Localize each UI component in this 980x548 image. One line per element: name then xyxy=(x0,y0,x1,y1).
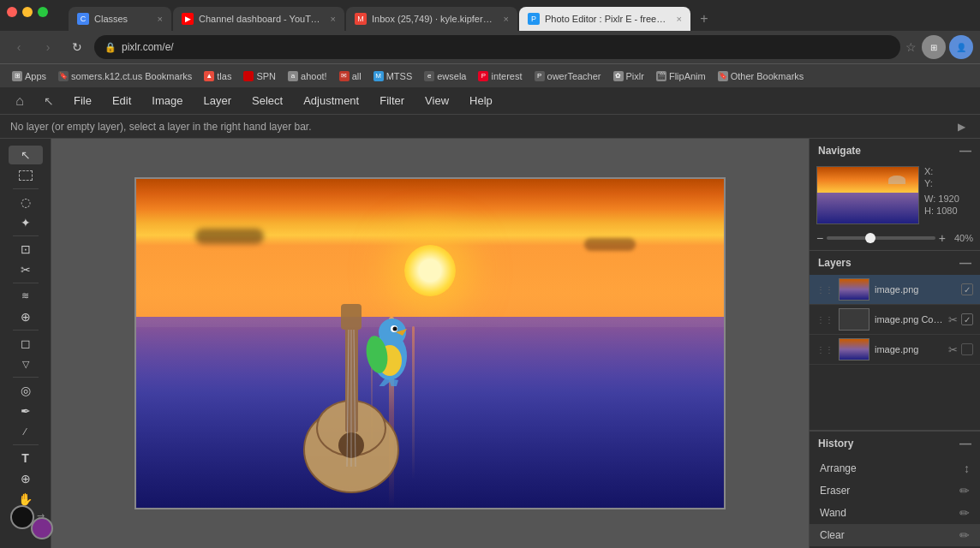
history-label-clear: Clear xyxy=(820,529,845,541)
heal-tool[interactable]: ≋ xyxy=(9,287,43,306)
bookmark-apps[interactable]: ⊞ Apps xyxy=(7,69,51,83)
nav-w-num: 1920 xyxy=(938,194,959,204)
move-tool[interactable]: ↖ xyxy=(9,146,43,164)
history-item-wand[interactable]: Wand ✏ xyxy=(810,502,980,524)
zoom-minus-button[interactable]: − xyxy=(816,231,823,245)
bookmark-pixlr[interactable]: ✿ Pixlr xyxy=(608,69,649,83)
bookmark-label-spn: SPN xyxy=(256,71,276,81)
zoom-plus-button[interactable]: + xyxy=(939,231,946,245)
bookmark-star-icon[interactable]: ☆ xyxy=(905,40,917,54)
forward-button[interactable]: › xyxy=(36,35,60,59)
history-list: Arrange ↕ Eraser ✏ Wand ✏ Clear ✏ xyxy=(810,456,980,548)
marquee-tool[interactable] xyxy=(9,166,43,185)
canvas-area[interactable] xyxy=(51,139,809,548)
tab-close-pixlr[interactable]: × xyxy=(677,14,682,24)
layer-scissors-3[interactable]: ✂ xyxy=(948,343,958,356)
cursor-button[interactable]: ↖ xyxy=(36,92,62,110)
bookmark-favicon-tlas: ▲ xyxy=(204,71,214,81)
history-item-arrange[interactable]: Arrange ↕ xyxy=(810,457,980,480)
close-button[interactable] xyxy=(7,7,17,17)
tab-label-pixlr: Photo Editor : Pixlr E - free ima... xyxy=(545,14,668,24)
toolbar-divider-3 xyxy=(13,283,39,283)
tab-close-classes[interactable]: × xyxy=(158,14,163,24)
new-tab-button[interactable]: + xyxy=(692,7,716,31)
foreground-color[interactable] xyxy=(10,505,34,529)
tab-youtube[interactable]: ▶ Channel dashboard - YouTube × xyxy=(173,7,344,31)
bookmark-flipanim[interactable]: 🎬 FlipAnim xyxy=(651,69,711,83)
zoom-icon: ⊕ xyxy=(21,472,31,485)
bookmark-powerteacher[interactable]: P owerTeacher xyxy=(529,69,607,83)
minimize-button[interactable] xyxy=(22,7,33,17)
menu-view[interactable]: View xyxy=(416,91,457,110)
menu-select[interactable]: Select xyxy=(243,91,291,110)
extensions-button[interactable]: ⊞ xyxy=(922,35,946,59)
bookmark-spn[interactable]: SPN xyxy=(238,69,281,83)
layer-item-3[interactable]: ⋮⋮ image.png ✂ xyxy=(810,335,980,365)
layer-visible-3[interactable] xyxy=(961,343,973,355)
svg-rect-8 xyxy=(341,304,362,330)
pen-tool[interactable]: ✒ xyxy=(9,402,43,420)
layers-collapse-button[interactable]: — xyxy=(959,256,971,270)
dodge-tool[interactable]: ◎ xyxy=(9,381,43,400)
brush-tool[interactable]: ∕ xyxy=(9,422,43,441)
menu-help[interactable]: Help xyxy=(461,91,501,110)
clone-tool[interactable]: ⊕ xyxy=(9,307,43,326)
maximize-button[interactable] xyxy=(38,7,48,17)
menu-adjustment[interactable]: Adjustment xyxy=(295,91,368,110)
bookmark-somers[interactable]: 🔖 somers.k12.ct.us Bookmarks xyxy=(53,69,197,83)
menu-filter[interactable]: Filter xyxy=(371,91,413,110)
tab-pixlr[interactable]: P Photo Editor : Pixlr E - free ima... × xyxy=(519,7,690,31)
layer-scissors-2[interactable]: ✂ xyxy=(948,313,958,326)
layer-item-2[interactable]: ⋮⋮ image.png Copy ✂ ✓ xyxy=(810,305,980,335)
paint-bucket-tool[interactable]: ▽ xyxy=(9,354,43,373)
layer-visible-1[interactable]: ✓ xyxy=(961,283,973,295)
tab-favicon-youtube: ▶ xyxy=(182,13,194,25)
crop-tool[interactable]: ⊡ xyxy=(9,240,43,259)
tab-label-classes: Classes xyxy=(94,14,149,24)
tab-close-youtube[interactable]: × xyxy=(331,14,336,24)
bookmark-tlas[interactable]: ▲ tlas xyxy=(199,69,236,83)
back-button[interactable]: ‹ xyxy=(7,35,31,59)
navigate-collapse-button[interactable]: — xyxy=(959,144,971,158)
menu-layer[interactable]: Layer xyxy=(195,91,241,110)
bookmark-mtss[interactable]: M MTSS xyxy=(368,69,418,83)
bookmark-favicon-spn xyxy=(243,71,254,81)
lasso-tool[interactable]: ◌ xyxy=(9,193,43,211)
eraser-tool[interactable]: ◻ xyxy=(9,334,43,353)
scissors-tool[interactable]: ✂ xyxy=(9,260,43,279)
lock-icon: 🔒 xyxy=(105,42,117,53)
layer-item-1[interactable]: ⋮⋮ image.png ✓ xyxy=(810,275,980,305)
history-item-clear[interactable]: Clear ✏ xyxy=(810,524,980,546)
bookmark-ahoot[interactable]: a ahoot! xyxy=(283,69,332,83)
bookmark-all[interactable]: ✉ all xyxy=(334,69,367,83)
menu-file[interactable]: File xyxy=(65,91,100,110)
layer-thumb-3 xyxy=(839,338,869,360)
menu-image[interactable]: Image xyxy=(143,91,191,110)
history-collapse-button[interactable]: — xyxy=(959,437,971,450)
canvas-image[interactable] xyxy=(134,177,726,509)
zoom-slider[interactable] xyxy=(827,236,935,240)
menu-edit[interactable]: Edit xyxy=(104,91,140,110)
bookmark-favicon-apps: ⊞ xyxy=(12,71,22,81)
bookmark-interest[interactable]: P interest xyxy=(473,69,527,83)
tab-gmail[interactable]: M Inbox (25,749) · kyle.kipfer@s... × xyxy=(346,7,517,31)
home-button[interactable]: ⌂ xyxy=(7,92,33,110)
main-layout: ↖ ◌ ✦ ⊡ ✂ ≋ ⊕ ◻ ▽ ◎ ✒ ∕ T ⊕ ✋ xyxy=(0,139,980,548)
menu-bar: ⌂ ↖ File Edit Image Layer Select Adjustm… xyxy=(0,87,980,115)
bookmark-other[interactable]: 🔖 Other Bookmarks xyxy=(713,69,810,83)
bookmark-ewsela[interactable]: e ewsela xyxy=(419,69,471,83)
tab-classes[interactable]: C Classes × xyxy=(69,7,171,31)
reload-button[interactable]: ↻ xyxy=(65,35,89,59)
zoom-tool[interactable]: ⊕ xyxy=(9,469,43,488)
profile-button[interactable]: 👤 xyxy=(949,35,973,59)
history-item-eraser[interactable]: Eraser ✏ xyxy=(810,480,980,502)
layer-actions-2: ✂ ✓ xyxy=(948,313,973,326)
tab-label-youtube: Channel dashboard - YouTube xyxy=(199,14,322,24)
zoom-thumb[interactable] xyxy=(865,233,875,243)
magic-wand-tool[interactable]: ✦ xyxy=(9,213,43,232)
text-tool[interactable]: T xyxy=(9,449,43,468)
tab-close-gmail[interactable]: × xyxy=(504,14,509,24)
info-expand-button[interactable]: ▶ xyxy=(953,118,970,135)
address-bar[interactable]: 🔒 pixlr.com/e/ xyxy=(94,35,900,59)
layer-visible-2[interactable]: ✓ xyxy=(961,313,973,325)
